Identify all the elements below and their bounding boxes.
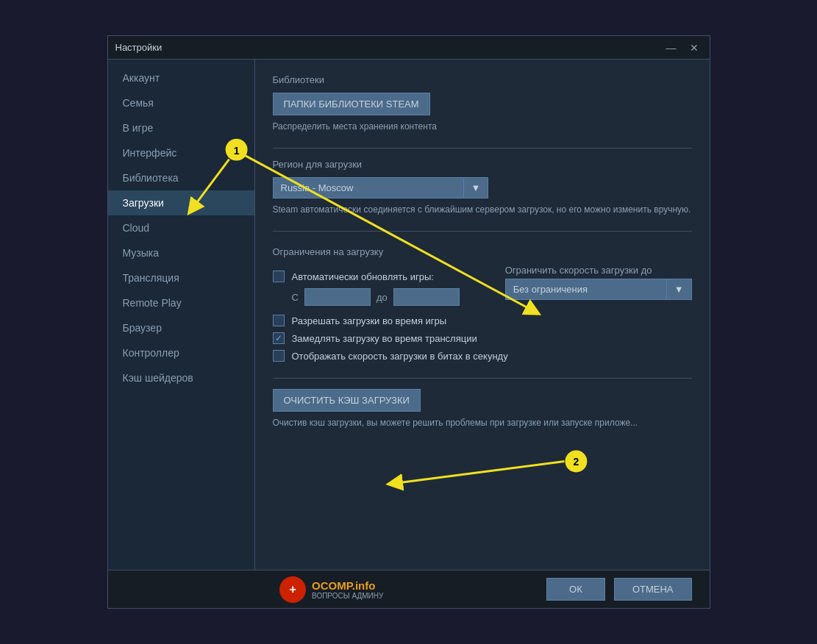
sidebar-item-browser[interactable]: Браузер [108,315,254,340]
sidebar-item-broadcast[interactable]: Трансляция [108,265,254,290]
speed-limit-dropdown-wrap: Без ограничения ▼ [505,279,692,300]
content-area: Аккаунт Семья В игре Интерфейс Библиотек… [108,60,710,570]
to-time-input[interactable] [393,288,460,306]
from-time-input[interactable] [304,288,371,306]
from-label: С [292,292,299,303]
auto-update-row: Автоматически обновлять игры: С до [273,265,460,309]
divider-1 [273,148,692,149]
ocomp-icon: + [289,583,296,596]
sidebar-item-library[interactable]: Библиотека [108,165,254,190]
sidebar: Аккаунт Семья В игре Интерфейс Библиотек… [108,60,255,570]
steam-library-folders-button[interactable]: ПАПКИ БИБЛИОТЕКИ STEAM [273,93,430,115]
slow-broadcast-row: Замедлять загрузку во время трансляции [273,332,692,344]
cache-description: Очистив кэш загрузки, вы можете решить п… [273,416,692,429]
sidebar-item-remoteplay[interactable]: Remote Play [108,290,254,315]
sidebar-item-music[interactable]: Музыка [108,240,254,265]
region-dropdown-arrow: ▼ [464,177,489,198]
show-bits-label: Отображать скорость загрузки в битах в с… [292,351,508,362]
close-button[interactable]: ✕ [686,40,702,55]
ocomp-badge: + OCOMP.info ВОПРОСЫ АДМИНУ [279,576,383,603]
sidebar-item-ingame[interactable]: В игре [108,115,254,140]
window-title: Настройки [115,42,163,53]
ocomp-name: OCOMP.info [312,579,383,592]
sidebar-item-shadercache[interactable]: Кэш шейдеров [108,365,254,390]
sidebar-item-cloud[interactable]: Cloud [108,215,254,240]
auto-update-label: Автоматически обновлять игры: [292,271,434,282]
sidebar-item-family[interactable]: Семья [108,90,254,115]
minimize-button[interactable]: — [663,40,680,55]
allow-gaming-row: Разрешать загрузки во время игры [273,315,692,326]
divider-2 [273,231,692,232]
main-panel: Библиотеки ПАПКИ БИБЛИОТЕКИ STEAM Распре… [255,60,710,570]
region-dropdown[interactable]: Russia - Moscow [273,177,464,198]
footer: + OCOMP.info ВОПРОСЫ АДМИНУ ОК ОТМЕНА [108,570,710,608]
auto-update-checkbox[interactable] [273,271,285,282]
allow-gaming-label: Разрешать загрузки во время игры [292,315,447,326]
libraries-title: Библиотеки [273,74,692,85]
limits-section: Ограничения на загрузку Автоматически об… [273,246,692,368]
sidebar-item-downloads[interactable]: Загрузки [108,190,254,215]
region-description: Steam автоматически соединяется с ближай… [273,203,692,216]
cache-section: ОЧИСТИТЬ КЭШ ЗАГРУЗКИ Очистив кэш загруз… [273,389,692,429]
speed-limit-dropdown-arrow: ▼ [667,279,692,300]
ocomp-text: OCOMP.info ВОПРОСЫ АДМИНУ [312,579,383,600]
ocomp-logo: + [279,576,306,603]
footer-center: + OCOMP.info ВОПРОСЫ АДМИНУ [126,576,538,603]
clear-cache-button[interactable]: ОЧИСТИТЬ КЭШ ЗАГРУЗКИ [273,389,421,412]
libraries-subtitle: Распределить места хранения контента [273,120,692,133]
settings-window: Настройки — ✕ Аккаунт Семья В игре Интер… [107,35,710,609]
speed-limit-group: Ограничить скорость загрузки до Без огра… [505,265,692,300]
libraries-section: Библиотеки ПАПКИ БИБЛИОТЕКИ STEAM Распре… [273,74,692,133]
divider-3 [273,378,692,379]
auto-update-checkbox-row: Автоматически обновлять игры: [273,271,460,282]
speed-limit-dropdown[interactable]: Без ограничения [505,279,667,300]
show-bits-row: Отображать скорость загрузки в битах в с… [273,350,692,362]
ok-button[interactable]: ОК [546,578,605,601]
titlebar: Настройки — ✕ [108,36,710,60]
region-dropdown-wrap: Russia - Moscow ▼ [273,177,692,198]
limits-title: Ограничения на загрузку [273,246,692,257]
ocomp-sub: ВОПРОСЫ АДМИНУ [312,592,383,600]
time-range-row: С до [292,288,460,306]
cancel-button[interactable]: ОТМЕНА [614,578,692,601]
to-label: до [377,292,388,303]
sidebar-item-controller[interactable]: Контроллер [108,340,254,365]
speed-limit-label: Ограничить скорость загрузки до [505,265,652,276]
show-bits-checkbox[interactable] [273,350,285,362]
sidebar-item-account[interactable]: Аккаунт [108,65,254,90]
allow-gaming-checkbox[interactable] [273,315,285,326]
slow-broadcast-checkbox[interactable] [273,332,285,344]
region-title: Регион для загрузки [273,159,692,170]
region-section: Регион для загрузки Russia - Moscow ▼ St… [273,159,692,216]
slow-broadcast-label: Замедлять загрузку во время трансляции [292,333,477,344]
sidebar-item-interface[interactable]: Интерфейс [108,140,254,165]
titlebar-controls: — ✕ [663,40,702,55]
